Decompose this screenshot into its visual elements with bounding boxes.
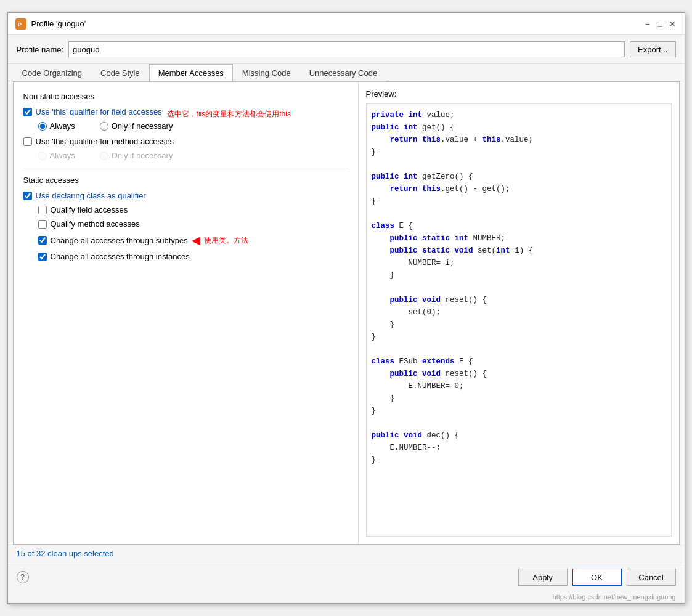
code-line	[372, 282, 666, 294]
help-button[interactable]: ?	[17, 571, 29, 583]
status-bar: 15 of 32 clean ups selected	[8, 545, 685, 562]
field-always-label: Always	[50, 121, 75, 131]
code-line: }	[372, 146, 666, 158]
status-text: 15 of 32 clean ups selected	[17, 549, 114, 558]
qualify-field-label: Qualify field accesses	[51, 205, 128, 214]
field-radio-group: Always Only if necessary	[38, 121, 348, 131]
profile-name-input[interactable]	[68, 41, 625, 57]
field-only-radio[interactable]	[100, 122, 108, 131]
close-button[interactable]: ✕	[667, 19, 677, 29]
change-instances-row: Change all accesses through instances	[38, 252, 348, 261]
change-subtypes-checkbox[interactable]	[38, 236, 47, 245]
declaring-class-label: Use declaring class as qualifier	[36, 191, 146, 200]
declaring-class-checkbox[interactable]	[23, 192, 32, 200]
left-panel: Non static accesses Use 'this' qualifier…	[14, 82, 359, 544]
window-controls: − □ ✕	[643, 19, 677, 29]
code-line: E.NUMBER= 0;	[372, 380, 666, 392]
cancel-button[interactable]: Cancel	[627, 569, 676, 586]
method-always-option: Always	[38, 151, 75, 160]
app-icon: P	[15, 18, 26, 30]
code-line: public int get() {	[372, 121, 666, 134]
tab-code-organizing[interactable]: Code Organizing	[13, 64, 92, 81]
title-bar: P Profile 'guoguo' − □ ✕	[8, 13, 685, 35]
method-qualifier-checkbox[interactable]	[23, 137, 32, 146]
code-line: public static void set(int i) {	[372, 245, 666, 257]
svg-text:P: P	[18, 22, 22, 28]
code-line: return this.get() - get();	[372, 183, 666, 195]
code-line: public void reset() {	[372, 368, 666, 380]
declaring-class-row: Use declaring class as qualifier	[23, 191, 348, 200]
qualify-method-label: Qualify method accesses	[51, 219, 140, 229]
code-line: }	[372, 405, 666, 417]
code-line: }	[372, 392, 666, 405]
code-line	[372, 208, 666, 220]
tab-unnecessary-code[interactable]: Unnecessary Code	[300, 64, 387, 81]
code-line: E.NUMBER--;	[372, 442, 666, 454]
qualify-method-checkbox[interactable]	[38, 220, 47, 229]
profile-name-label: Profile name:	[17, 45, 64, 54]
code-line	[372, 343, 666, 355]
tab-member-accesses[interactable]: Member Accesses	[149, 64, 233, 81]
static-title: Static accesses	[23, 176, 348, 185]
code-line: }	[372, 318, 666, 331]
code-line: class E {	[372, 220, 666, 232]
method-qualifier-label: Use 'this' qualifier for method accesses	[36, 137, 174, 146]
arrow-subtypes-icon: ◀	[192, 233, 200, 247]
export-button[interactable]: Export...	[630, 41, 675, 57]
code-line	[372, 417, 666, 429]
qualify-field-checkbox[interactable]	[38, 206, 47, 214]
right-panel: Preview: private int value;public int ge…	[359, 82, 679, 544]
code-line: public void reset() {	[372, 294, 666, 306]
profile-name-row: Profile name: Export...	[8, 35, 685, 64]
bottom-buttons: Apply OK Cancel	[518, 569, 676, 586]
code-line: }	[372, 454, 666, 466]
main-window: P Profile 'guoguo' − □ ✕ Profile name: E…	[7, 12, 685, 604]
content-area: Non static accesses Use 'this' qualifier…	[13, 81, 680, 545]
change-subtypes-container: Change all accesses through subtypes ◀ 使…	[23, 233, 348, 247]
field-qualifier-annotation: 选中它，tiis的变量和方法都会使用this	[167, 109, 291, 120]
watermark: https://blog.csdn.net/new_mengxinguong	[8, 592, 685, 603]
code-line	[372, 158, 666, 171]
tabs-row: Code Organizing Code Style Member Access…	[8, 64, 685, 81]
code-line: set(0);	[372, 306, 666, 318]
change-instances-checkbox[interactable]	[38, 253, 47, 261]
change-instances-label: Change all accesses through instances	[51, 252, 190, 261]
method-only-radio[interactable]	[100, 152, 108, 160]
method-always-radio[interactable]	[38, 152, 47, 160]
field-qualifier-row: Use 'this' qualifier for field accesses	[23, 107, 162, 116]
maximize-button[interactable]: □	[655, 19, 665, 29]
tab-code-style[interactable]: Code Style	[91, 64, 149, 81]
field-qualifier-checkbox[interactable]	[23, 108, 32, 116]
window-title: Profile 'guoguo'	[31, 19, 86, 28]
method-only-label: Only if necessary	[112, 151, 173, 160]
field-always-option: Always	[38, 121, 75, 131]
method-always-label: Always	[50, 151, 75, 160]
field-only-label: Only if necessary	[112, 121, 173, 131]
title-bar-left: P Profile 'guoguo'	[15, 18, 86, 30]
code-line: NUMBER= i;	[372, 257, 666, 269]
code-line: return this.value + this.value;	[372, 134, 666, 146]
method-radio-group: Always Only if necessary	[38, 151, 348, 160]
code-preview: private int value;public int get() { ret…	[366, 103, 672, 537]
watermark-text: https://blog.csdn.net/new_mengxinguong	[553, 593, 676, 601]
qualify-method-row: Qualify method accesses	[38, 219, 348, 229]
field-always-radio[interactable]	[38, 122, 47, 131]
method-only-if-necessary-option: Only if necessary	[100, 151, 173, 160]
preview-label: Preview:	[366, 89, 672, 99]
code-line: class ESub extends E {	[372, 355, 666, 368]
tab-missing-code[interactable]: Missing Code	[233, 64, 300, 81]
apply-button[interactable]: Apply	[518, 569, 568, 586]
change-subtypes-row: Change all accesses through subtypes	[38, 236, 188, 245]
change-subtypes-label: Change all accesses through subtypes	[51, 236, 188, 245]
code-line: }	[372, 195, 666, 208]
non-static-title: Non static accesses	[23, 92, 348, 101]
field-qualifier-label: Use 'this' qualifier for field accesses	[36, 107, 162, 116]
minimize-button[interactable]: −	[643, 19, 653, 29]
code-line: }	[372, 331, 666, 343]
code-line: }	[372, 269, 666, 282]
code-line: public int getZero() {	[372, 171, 666, 183]
ok-button[interactable]: OK	[572, 569, 622, 586]
bottom-bar: ? Apply OK Cancel	[8, 562, 685, 592]
change-subtypes-annotation: 使用类。方法	[204, 235, 248, 246]
code-line: public void dec() {	[372, 429, 666, 442]
